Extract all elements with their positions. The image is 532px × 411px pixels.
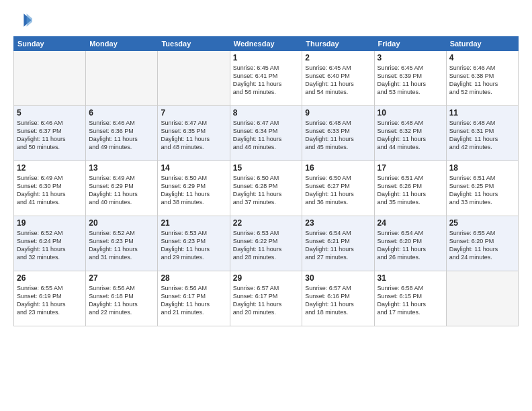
day-number: 20 xyxy=(89,218,154,228)
day-number: 18 xyxy=(449,163,515,173)
day-info: Sunrise: 6:45 AM Sunset: 6:41 PM Dayligh… xyxy=(233,64,300,97)
day-info: Sunrise: 6:50 AM Sunset: 6:27 PM Dayligh… xyxy=(305,174,371,207)
calendar-week-row: 26Sunrise: 6:55 AM Sunset: 6:19 PM Dayli… xyxy=(14,271,519,326)
calendar-day-cell: 5Sunrise: 6:46 AM Sunset: 6:37 PM Daylig… xyxy=(14,106,86,161)
day-info: Sunrise: 6:55 AM Sunset: 6:19 PM Dayligh… xyxy=(17,284,83,317)
calendar-day-cell: 7Sunrise: 6:47 AM Sunset: 6:35 PM Daylig… xyxy=(158,106,230,161)
weekday-header-row: SundayMondayTuesdayWednesdayThursdayFrid… xyxy=(14,37,519,51)
calendar-day-cell: 17Sunrise: 6:51 AM Sunset: 6:26 PM Dayli… xyxy=(374,161,446,216)
day-info: Sunrise: 6:49 AM Sunset: 6:29 PM Dayligh… xyxy=(89,174,154,207)
day-info: Sunrise: 6:56 AM Sunset: 6:17 PM Dayligh… xyxy=(161,284,226,317)
day-number: 9 xyxy=(305,108,371,118)
day-info: Sunrise: 6:48 AM Sunset: 6:33 PM Dayligh… xyxy=(305,119,371,152)
calendar-day-cell: 2Sunrise: 6:45 AM Sunset: 6:40 PM Daylig… xyxy=(302,51,374,106)
day-info: Sunrise: 6:46 AM Sunset: 6:38 PM Dayligh… xyxy=(449,64,515,97)
calendar-day-cell: 16Sunrise: 6:50 AM Sunset: 6:27 PM Dayli… xyxy=(302,161,374,216)
day-info: Sunrise: 6:51 AM Sunset: 6:25 PM Dayligh… xyxy=(449,174,515,207)
day-number: 17 xyxy=(378,163,443,173)
calendar-day-cell xyxy=(446,271,518,326)
day-number: 25 xyxy=(449,218,515,228)
day-info: Sunrise: 6:57 AM Sunset: 6:16 PM Dayligh… xyxy=(305,284,371,317)
calendar-day-cell: 15Sunrise: 6:50 AM Sunset: 6:28 PM Dayli… xyxy=(230,161,302,216)
day-number: 16 xyxy=(305,163,371,173)
calendar-day-cell: 12Sunrise: 6:49 AM Sunset: 6:30 PM Dayli… xyxy=(14,161,86,216)
calendar-day-cell: 3Sunrise: 6:45 AM Sunset: 6:39 PM Daylig… xyxy=(374,51,446,106)
day-number: 21 xyxy=(161,218,226,228)
day-info: Sunrise: 6:53 AM Sunset: 6:23 PM Dayligh… xyxy=(161,229,226,262)
day-number: 30 xyxy=(305,273,371,283)
calendar-day-cell: 19Sunrise: 6:52 AM Sunset: 6:24 PM Dayli… xyxy=(14,216,86,271)
day-info: Sunrise: 6:52 AM Sunset: 6:24 PM Dayligh… xyxy=(17,229,83,262)
logo-icon xyxy=(13,11,32,30)
calendar-day-cell: 21Sunrise: 6:53 AM Sunset: 6:23 PM Dayli… xyxy=(158,216,230,271)
weekday-header-thursday: Thursday xyxy=(302,37,374,51)
day-number: 12 xyxy=(17,163,83,173)
header xyxy=(13,11,519,30)
day-info: Sunrise: 6:58 AM Sunset: 6:15 PM Dayligh… xyxy=(378,284,443,317)
day-number: 1 xyxy=(233,53,300,62)
day-number: 11 xyxy=(449,108,515,118)
calendar-day-cell: 1Sunrise: 6:45 AM Sunset: 6:41 PM Daylig… xyxy=(230,51,302,106)
day-number: 24 xyxy=(378,218,443,228)
day-info: Sunrise: 6:54 AM Sunset: 6:21 PM Dayligh… xyxy=(305,229,371,262)
day-info: Sunrise: 6:51 AM Sunset: 6:26 PM Dayligh… xyxy=(378,174,443,207)
day-info: Sunrise: 6:47 AM Sunset: 6:34 PM Dayligh… xyxy=(233,119,300,152)
day-info: Sunrise: 6:45 AM Sunset: 6:40 PM Dayligh… xyxy=(305,64,371,97)
day-number: 23 xyxy=(305,218,371,228)
day-info: Sunrise: 6:50 AM Sunset: 6:29 PM Dayligh… xyxy=(161,174,226,207)
day-info: Sunrise: 6:56 AM Sunset: 6:18 PM Dayligh… xyxy=(89,284,154,317)
calendar-day-cell xyxy=(86,51,158,106)
day-number: 8 xyxy=(233,108,300,118)
day-number: 2 xyxy=(305,53,371,62)
weekday-header-tuesday: Tuesday xyxy=(158,37,230,51)
calendar-week-row: 19Sunrise: 6:52 AM Sunset: 6:24 PM Dayli… xyxy=(14,216,519,271)
day-info: Sunrise: 6:54 AM Sunset: 6:20 PM Dayligh… xyxy=(378,229,443,262)
day-number: 5 xyxy=(17,108,83,118)
calendar-day-cell xyxy=(14,51,86,106)
calendar-day-cell: 27Sunrise: 6:56 AM Sunset: 6:18 PM Dayli… xyxy=(86,271,158,326)
calendar-day-cell: 4Sunrise: 6:46 AM Sunset: 6:38 PM Daylig… xyxy=(446,51,518,106)
calendar-day-cell: 29Sunrise: 6:57 AM Sunset: 6:17 PM Dayli… xyxy=(230,271,302,326)
weekday-header-sunday: Sunday xyxy=(14,37,86,51)
day-number: 13 xyxy=(89,163,154,173)
calendar-day-cell: 20Sunrise: 6:52 AM Sunset: 6:23 PM Dayli… xyxy=(86,216,158,271)
calendar-day-cell: 24Sunrise: 6:54 AM Sunset: 6:20 PM Dayli… xyxy=(374,216,446,271)
calendar-day-cell: 26Sunrise: 6:55 AM Sunset: 6:19 PM Dayli… xyxy=(14,271,86,326)
calendar-day-cell: 23Sunrise: 6:54 AM Sunset: 6:21 PM Dayli… xyxy=(302,216,374,271)
calendar-day-cell: 28Sunrise: 6:56 AM Sunset: 6:17 PM Dayli… xyxy=(158,271,230,326)
day-number: 26 xyxy=(17,273,83,283)
calendar-day-cell: 10Sunrise: 6:48 AM Sunset: 6:32 PM Dayli… xyxy=(374,106,446,161)
day-info: Sunrise: 6:52 AM Sunset: 6:23 PM Dayligh… xyxy=(89,229,154,262)
weekday-header-monday: Monday xyxy=(86,37,158,51)
logo xyxy=(13,11,35,30)
calendar-day-cell: 9Sunrise: 6:48 AM Sunset: 6:33 PM Daylig… xyxy=(302,106,374,161)
day-number: 28 xyxy=(161,273,226,283)
calendar-day-cell: 25Sunrise: 6:55 AM Sunset: 6:20 PM Dayli… xyxy=(446,216,518,271)
page: SundayMondayTuesdayWednesdayThursdayFrid… xyxy=(0,0,532,411)
day-info: Sunrise: 6:45 AM Sunset: 6:39 PM Dayligh… xyxy=(378,64,443,97)
day-info: Sunrise: 6:55 AM Sunset: 6:20 PM Dayligh… xyxy=(449,229,515,262)
day-info: Sunrise: 6:48 AM Sunset: 6:31 PM Dayligh… xyxy=(449,119,515,152)
day-number: 14 xyxy=(161,163,226,173)
weekday-header-friday: Friday xyxy=(374,37,446,51)
calendar-day-cell: 13Sunrise: 6:49 AM Sunset: 6:29 PM Dayli… xyxy=(86,161,158,216)
day-number: 27 xyxy=(89,273,154,283)
calendar-week-row: 12Sunrise: 6:49 AM Sunset: 6:30 PM Dayli… xyxy=(14,161,519,216)
calendar-day-cell: 8Sunrise: 6:47 AM Sunset: 6:34 PM Daylig… xyxy=(230,106,302,161)
weekday-header-saturday: Saturday xyxy=(446,37,518,51)
day-number: 31 xyxy=(378,273,443,283)
day-number: 7 xyxy=(161,108,226,118)
day-number: 22 xyxy=(233,218,300,228)
calendar-day-cell: 18Sunrise: 6:51 AM Sunset: 6:25 PM Dayli… xyxy=(446,161,518,216)
calendar-day-cell: 30Sunrise: 6:57 AM Sunset: 6:16 PM Dayli… xyxy=(302,271,374,326)
day-info: Sunrise: 6:53 AM Sunset: 6:22 PM Dayligh… xyxy=(233,229,300,262)
calendar-table: SundayMondayTuesdayWednesdayThursdayFrid… xyxy=(13,36,519,326)
day-info: Sunrise: 6:46 AM Sunset: 6:36 PM Dayligh… xyxy=(89,119,154,152)
day-number: 6 xyxy=(89,108,154,118)
weekday-header-wednesday: Wednesday xyxy=(230,37,302,51)
day-info: Sunrise: 6:47 AM Sunset: 6:35 PM Dayligh… xyxy=(161,119,226,152)
day-info: Sunrise: 6:49 AM Sunset: 6:30 PM Dayligh… xyxy=(17,174,83,207)
calendar-day-cell: 14Sunrise: 6:50 AM Sunset: 6:29 PM Dayli… xyxy=(158,161,230,216)
day-info: Sunrise: 6:50 AM Sunset: 6:28 PM Dayligh… xyxy=(233,174,300,207)
day-info: Sunrise: 6:46 AM Sunset: 6:37 PM Dayligh… xyxy=(17,119,83,152)
